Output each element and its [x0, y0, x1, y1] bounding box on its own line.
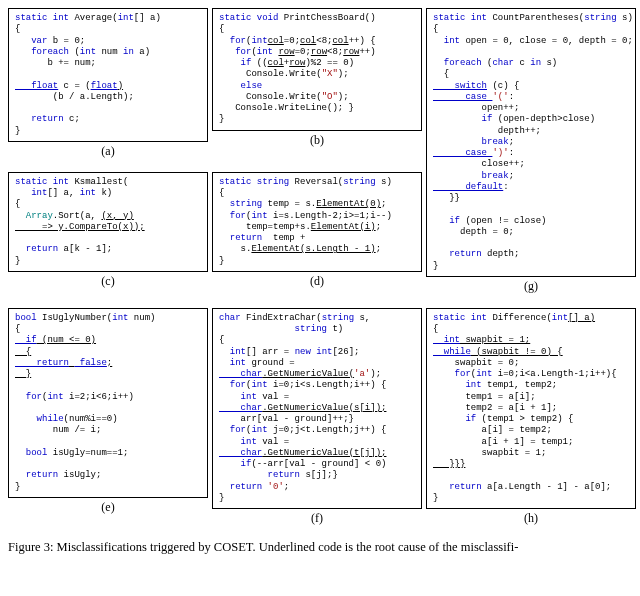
- panel-b: static void PrintChessBoard() { for(intc…: [212, 8, 422, 168]
- code-f: char FindExtraChar(string s, string t) {…: [212, 308, 422, 509]
- label-a: (a): [8, 144, 208, 159]
- panel-a: static int Average(int[] a) { var b = 0;…: [8, 8, 208, 168]
- label-c: (c): [8, 274, 208, 289]
- label-e: (e): [8, 500, 208, 515]
- panel-d: static string Reversal(string s) { strin…: [212, 172, 422, 298]
- label-h: (h): [426, 511, 636, 526]
- code-a: static int Average(int[] a) { var b = 0;…: [8, 8, 208, 142]
- code-h: static int Difference(int[] a) { int swa…: [426, 308, 636, 509]
- panel-c: static int Ksmallest( int[] a, int k) { …: [8, 172, 208, 298]
- label-d: (d): [212, 274, 422, 289]
- figure-caption: Figure 3: Misclassifications triggered b…: [8, 540, 632, 555]
- code-e: bool IsUglyNumber(int num) { if (num <= …: [8, 308, 208, 498]
- label-f: (f): [212, 511, 422, 526]
- code-b: static void PrintChessBoard() { for(intc…: [212, 8, 422, 131]
- label-g: (g): [426, 279, 636, 294]
- panel-h: static int Difference(int[] a) { int swa…: [426, 308, 636, 530]
- label-b: (b): [212, 133, 422, 148]
- figure-grid-2: bool IsUglyNumber(int num) { if (num <= …: [8, 308, 632, 530]
- panel-g: static int CountParentheses(string s) { …: [426, 8, 636, 298]
- panel-e: bool IsUglyNumber(int num) { if (num <= …: [8, 308, 208, 530]
- code-g: static int CountParentheses(string s) { …: [426, 8, 636, 277]
- panel-f: char FindExtraChar(string s, string t) {…: [212, 308, 422, 530]
- code-d: static string Reversal(string s) { strin…: [212, 172, 422, 272]
- code-c: static int Ksmallest( int[] a, int k) { …: [8, 172, 208, 272]
- figure-grid: static int Average(int[] a) { var b = 0;…: [8, 8, 632, 298]
